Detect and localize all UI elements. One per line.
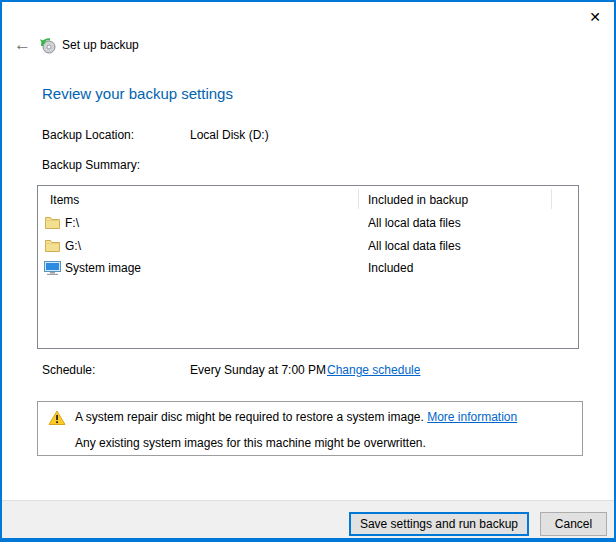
table-cell-included: All local data files — [368, 239, 461, 253]
backup-app-icon — [39, 37, 56, 54]
table-cell-item: F:\ — [65, 216, 79, 230]
folder-icon — [44, 238, 61, 254]
table-cell-included: Included — [368, 261, 413, 275]
folder-icon — [44, 215, 61, 231]
button-bar: Save settings and run backup Cancel — [2, 500, 614, 540]
table-cell-item: System image — [65, 261, 141, 275]
system-image-icon — [44, 260, 61, 276]
close-icon[interactable]: ✕ — [584, 6, 606, 28]
table-cell-included: All local data files — [368, 216, 461, 230]
more-information-link[interactable]: More information — [427, 410, 517, 424]
warning-text-line2: Any existing system images for this mach… — [75, 436, 426, 450]
backup-summary-table: Items Included in backup F:\ All local d… — [37, 185, 579, 349]
column-divider — [551, 189, 552, 209]
table-header: Items Included in backup — [38, 186, 578, 212]
back-icon[interactable]: ← — [14, 34, 31, 56]
backup-location-value: Local Disk (D:) — [190, 128, 269, 142]
nav-bar: ← Set up backup — [2, 34, 614, 60]
setup-backup-window: ✕ ← Set up backup Review your backup set… — [0, 0, 616, 542]
warning-message: A system repair disc might be required t… — [75, 410, 424, 424]
wizard-title: Set up backup — [62, 38, 139, 52]
page-title: Review your backup settings — [42, 85, 233, 102]
column-divider — [358, 189, 359, 209]
table-row[interactable]: System image Included — [39, 257, 559, 279]
backup-summary-label: Backup Summary: — [42, 158, 140, 172]
warning-text-line1: A system repair disc might be required t… — [75, 410, 517, 424]
warning-panel: A system repair disc might be required t… — [37, 401, 583, 456]
schedule-value: Every Sunday at 7:00 PM — [190, 363, 326, 377]
schedule-label: Schedule: — [42, 363, 95, 377]
table-row[interactable]: G:\ All local data files — [39, 235, 559, 257]
column-header-included[interactable]: Included in backup — [368, 193, 468, 207]
change-schedule-link[interactable]: Change schedule — [327, 363, 420, 377]
table-cell-item: G:\ — [65, 239, 81, 253]
warning-triangle-icon — [48, 410, 66, 426]
save-settings-button[interactable]: Save settings and run backup — [349, 512, 529, 536]
backup-location-label: Backup Location: — [42, 128, 134, 142]
cancel-button[interactable]: Cancel — [540, 512, 607, 536]
table-row[interactable]: F:\ All local data files — [39, 212, 559, 234]
column-header-items[interactable]: Items — [50, 193, 79, 207]
